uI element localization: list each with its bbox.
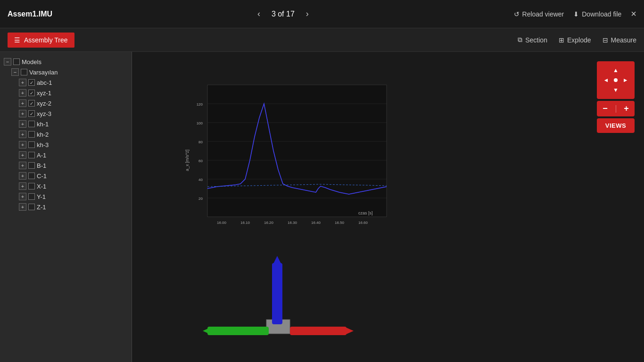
checkbox-kh-1[interactable] bbox=[28, 121, 35, 127]
tree-label-xyz-1: xyz-1 bbox=[37, 90, 128, 97]
checkbox-C-1[interactable] bbox=[28, 173, 35, 179]
models-root[interactable]: − Models bbox=[0, 57, 132, 67]
svg-text:80: 80 bbox=[198, 140, 203, 144]
navigation-widget: ▲ ◄ ► ▼ − + bbox=[597, 61, 635, 133]
checkbox-A-1[interactable] bbox=[28, 152, 35, 158]
tree-items-list: +abc-1+xyz-1+xyz-2+xyz-3+kh-1+kh-2+kh-3+… bbox=[0, 77, 132, 212]
checkbox-xyz-3[interactable] bbox=[28, 110, 35, 117]
tree-item-xyz-3[interactable]: +xyz-3 bbox=[0, 108, 132, 119]
zoom-divider bbox=[616, 105, 616, 113]
expand-btn-xyz-1[interactable]: + bbox=[19, 89, 26, 97]
expand-btn-C-1[interactable]: + bbox=[19, 172, 26, 180]
svg-text:16.40: 16.40 bbox=[311, 221, 321, 225]
models-collapse-btn[interactable]: − bbox=[4, 58, 11, 66]
viewport[interactable]: a_x [m/s^2] 16.00 16.10 16.20 16.30 16.4… bbox=[132, 52, 644, 362]
tree-label-C-1: C-1 bbox=[37, 173, 128, 180]
section-icon: ⧉ bbox=[518, 36, 522, 44]
tree-label-kh-2: kh-2 bbox=[37, 131, 128, 138]
varsayilan-label: Varsayılan bbox=[29, 69, 128, 76]
download-file-button[interactable]: ⬇ Download file bbox=[573, 10, 621, 18]
checkbox-xyz-2[interactable] bbox=[28, 100, 35, 107]
svg-rect-23 bbox=[207, 327, 269, 335]
varsayilan-checkbox[interactable] bbox=[21, 69, 27, 75]
tree-item-X-1[interactable]: +X-1 bbox=[0, 181, 132, 191]
expand-btn-B-1[interactable]: + bbox=[19, 162, 26, 169]
tree-label-A-1: A-1 bbox=[37, 152, 128, 159]
tree-item-abc-1[interactable]: +abc-1 bbox=[0, 77, 132, 88]
tree-label-B-1: B-1 bbox=[37, 162, 128, 169]
varsayilan-collapse-btn[interactable]: − bbox=[11, 68, 19, 76]
svg-text:60: 60 bbox=[198, 159, 203, 163]
tree-item-xyz-1[interactable]: +xyz-1 bbox=[0, 88, 132, 98]
svg-rect-27 bbox=[272, 263, 282, 324]
expand-btn-kh-1[interactable]: + bbox=[19, 120, 26, 128]
nav-up-button[interactable]: ▲ bbox=[611, 66, 620, 75]
expand-btn-kh-2[interactable]: + bbox=[19, 131, 26, 138]
expand-btn-Y-1[interactable]: + bbox=[19, 193, 26, 200]
checkbox-Y-1[interactable] bbox=[28, 193, 35, 200]
main-area: − Models − Varsayılan +abc-1+xyz-1+xyz-2… bbox=[0, 52, 644, 362]
checkbox-abc-1[interactable] bbox=[28, 79, 35, 86]
explode-button[interactable]: ⊞ Explode bbox=[559, 36, 591, 44]
expand-btn-Z-1[interactable]: + bbox=[19, 203, 26, 211]
tree-label-Z-1: Z-1 bbox=[37, 204, 128, 211]
models-checkbox[interactable] bbox=[13, 58, 20, 65]
svg-text:16.30: 16.30 bbox=[288, 221, 297, 225]
expand-btn-X-1[interactable]: + bbox=[19, 182, 26, 190]
checkbox-xyz-1[interactable] bbox=[28, 90, 35, 96]
expand-btn-xyz-2[interactable]: + bbox=[19, 99, 26, 107]
visualization-area: a_x [m/s^2] 16.00 16.10 16.20 16.30 16.4… bbox=[132, 52, 644, 362]
tree-item-A-1[interactable]: +A-1 bbox=[0, 150, 132, 160]
svg-text:20: 20 bbox=[198, 197, 203, 201]
tree-item-kh-3[interactable]: +kh-3 bbox=[0, 140, 132, 150]
nav-down-button[interactable]: ▼ bbox=[611, 85, 620, 94]
svg-text:czas [s]: czas [s] bbox=[358, 211, 373, 215]
filename: Assem1.IMU bbox=[8, 10, 52, 18]
expand-btn-abc-1[interactable]: + bbox=[19, 79, 26, 86]
section-button[interactable]: ⧉ Section bbox=[518, 36, 547, 44]
checkbox-B-1[interactable] bbox=[28, 162, 35, 169]
prev-button[interactable]: ‹ bbox=[254, 7, 264, 21]
svg-text:120: 120 bbox=[197, 102, 203, 107]
tree-item-xyz-2[interactable]: +xyz-2 bbox=[0, 98, 132, 108]
expand-btn-A-1[interactable]: + bbox=[19, 151, 26, 159]
tree-label-xyz-3: xyz-3 bbox=[37, 110, 128, 117]
models-label: Models bbox=[22, 58, 128, 66]
nav-left-button[interactable]: ◄ bbox=[602, 76, 611, 85]
nav-pad: ▲ ◄ ► ▼ bbox=[597, 61, 635, 99]
tree-item-Z-1[interactable]: +Z-1 bbox=[0, 202, 132, 212]
tree-item-C-1[interactable]: +C-1 bbox=[0, 171, 132, 181]
checkbox-kh-2[interactable] bbox=[28, 131, 35, 138]
svg-text:100: 100 bbox=[197, 121, 203, 125]
toolbar: ☰ Assembly Tree ⧉ Section ⊞ Explode ⊟ Me… bbox=[0, 28, 644, 52]
measure-button[interactable]: ⊟ Measure bbox=[603, 36, 636, 44]
svg-marker-28 bbox=[272, 256, 282, 265]
varsayilan-node[interactable]: − Varsayılan bbox=[0, 67, 132, 77]
checkbox-kh-3[interactable] bbox=[28, 141, 35, 148]
zoom-controls: − + bbox=[597, 101, 635, 116]
expand-btn-xyz-3[interactable]: + bbox=[19, 110, 26, 117]
tree-label-abc-1: abc-1 bbox=[37, 79, 128, 86]
checkbox-Z-1[interactable] bbox=[28, 204, 35, 210]
chart-3d: a_x [m/s^2] 16.00 16.10 16.20 16.30 16.4… bbox=[179, 75, 405, 255]
assembly-tree-button[interactable]: ☰ Assembly Tree bbox=[8, 33, 74, 48]
svg-text:16.20: 16.20 bbox=[264, 221, 274, 225]
axes-visualization bbox=[198, 254, 363, 348]
checkbox-X-1[interactable] bbox=[28, 183, 35, 189]
reload-viewer-button[interactable]: ↺ Reload viewer bbox=[514, 10, 564, 18]
svg-text:16.00: 16.00 bbox=[217, 221, 227, 225]
tree-item-Y-1[interactable]: +Y-1 bbox=[0, 191, 132, 202]
views-button[interactable]: VIEWS bbox=[597, 118, 635, 133]
tree-label-kh-1: kh-1 bbox=[37, 121, 128, 128]
zoom-out-button[interactable]: − bbox=[603, 104, 608, 114]
zoom-in-button[interactable]: + bbox=[624, 104, 629, 114]
tree-item-kh-2[interactable]: +kh-2 bbox=[0, 129, 132, 140]
page-info: 3 of 17 bbox=[272, 10, 295, 18]
next-button[interactable]: › bbox=[302, 7, 313, 21]
tree-item-B-1[interactable]: +B-1 bbox=[0, 160, 132, 171]
tree-item-kh-1[interactable]: +kh-1 bbox=[0, 119, 132, 129]
expand-btn-kh-3[interactable]: + bbox=[19, 141, 26, 148]
tree-label-Y-1: Y-1 bbox=[37, 193, 128, 200]
close-button[interactable]: × bbox=[631, 8, 636, 19]
nav-right-button[interactable]: ► bbox=[621, 76, 630, 85]
